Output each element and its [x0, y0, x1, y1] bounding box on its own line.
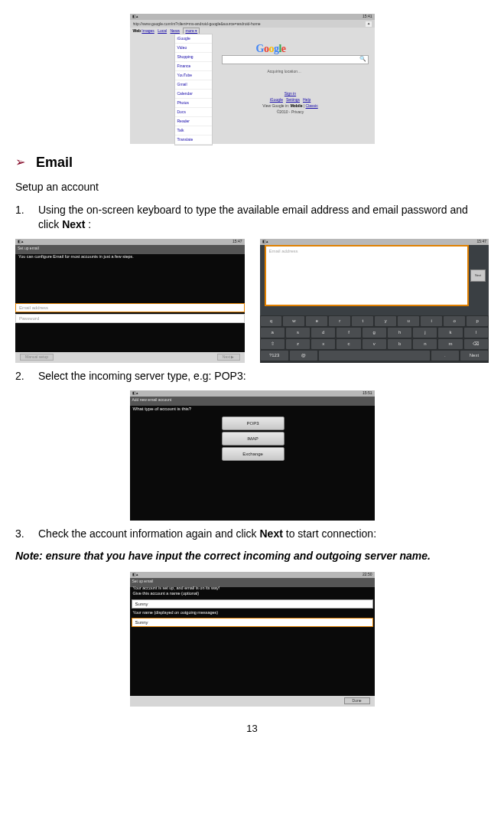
- google-logo: Google: [256, 41, 286, 57]
- bottom-bar: Done: [130, 696, 375, 707]
- screen-title: Add new email account: [130, 397, 375, 406]
- step-text: Check the account information again and …: [38, 527, 489, 542]
- key: w: [283, 316, 304, 326]
- step-number: 1.: [15, 203, 38, 233]
- dropdown-item: Video: [175, 44, 212, 53]
- dropdown-item: Finance: [175, 62, 212, 71]
- key: i: [421, 316, 442, 326]
- key: q: [261, 316, 282, 326]
- display-name-field: Sunny: [132, 618, 373, 627]
- dropdown-item: Docs: [175, 108, 212, 117]
- key: ⌫: [464, 339, 488, 349]
- key: r: [329, 316, 350, 326]
- pop3-button: POP3: [222, 416, 285, 430]
- dropdown-item: Gmail: [175, 80, 212, 90]
- key: u: [398, 316, 419, 326]
- key: p: [467, 316, 488, 326]
- url-text: http://www.google.com/m?client=ms-androi…: [133, 21, 364, 27]
- key: h: [388, 328, 411, 338]
- screen-title: Set up email: [15, 245, 245, 254]
- imap-button: IMAP: [222, 432, 285, 446]
- display-name-label: Your name (displayed on outgoing message…: [133, 610, 219, 616]
- page-number: 13: [15, 722, 489, 736]
- dropdown-item: Shopping: [175, 53, 212, 62]
- step-3: 3. Check the account information again a…: [15, 527, 489, 542]
- key: m: [438, 339, 462, 349]
- status-bar: ◧▴22:50: [130, 572, 375, 578]
- key: x: [311, 339, 335, 349]
- key: e: [306, 316, 327, 326]
- key-next: Next: [460, 351, 488, 361]
- step-2: 2. Select the incoming server type, e.g:…: [15, 369, 489, 384]
- google-search-box: [222, 55, 369, 64]
- key: z: [286, 339, 310, 349]
- key: j: [413, 328, 437, 338]
- manual-setup-button: Manual setup: [20, 354, 54, 361]
- step-number: 2.: [15, 369, 38, 384]
- key: y: [375, 316, 396, 326]
- account-name-screenshot: ◧▴22:50 Set up email Your account is set…: [130, 572, 375, 707]
- step-text: Select the incoming server type, e.g: PO…: [38, 369, 489, 384]
- account-name-field: Sunny: [132, 599, 373, 609]
- note-text: Note: ensure that you have input the cor…: [15, 549, 489, 564]
- nav-web: Web: [133, 28, 141, 33]
- key: b: [388, 339, 411, 349]
- step-text: Using the on-screen keyboard to type the…: [38, 203, 489, 233]
- dropdown-item: Photos: [175, 99, 212, 108]
- url-bar: http://www.google.com/m?client=ms-androi…: [130, 20, 375, 28]
- key: k: [438, 328, 462, 338]
- nav-news: News: [171, 28, 180, 33]
- key-space: [319, 351, 430, 361]
- dropdown-item: Talk: [175, 126, 212, 135]
- step-number: 3.: [15, 527, 38, 542]
- google-footer-links: Sign in iGoogleSettingsHelp View Google …: [252, 90, 329, 115]
- heading-text: Email: [36, 153, 73, 172]
- done-button: Done: [344, 697, 370, 704]
- dropdown-item: iGoogle: [175, 34, 212, 44]
- key: s: [286, 328, 310, 338]
- key: a: [261, 328, 285, 338]
- nav-images: Images: [141, 28, 154, 33]
- email-setup-screenshot-left: ◧▴15:47 Set up email You can configure E…: [15, 239, 245, 363]
- bullet-arrow-icon: ➢: [15, 154, 25, 171]
- status-bar: ◧▴15:47: [260, 239, 489, 245]
- key: n: [413, 339, 437, 349]
- step-1: 1. Using the on-screen keyboard to type …: [15, 203, 489, 233]
- account-type-screenshot: ◧▴15:51 Add new email account What type …: [130, 390, 375, 521]
- key: ⇧: [261, 339, 285, 349]
- password-field: Password: [15, 314, 245, 323]
- key: f: [337, 328, 360, 338]
- exchange-button: Exchange: [222, 447, 285, 461]
- on-screen-keyboard: qwertyuiop asdfghjkl ⇧zxcvbnm⌫ ?123@.Nex…: [260, 315, 489, 363]
- status-bar: ◧▴ 15:41: [130, 14, 375, 20]
- email-keyboard-screenshot-right: ◧▴15:47 Next qwertyuiop asdfghjkl ⇧zxcvb…: [260, 239, 489, 363]
- key: g: [363, 328, 386, 338]
- google-homepage-screenshot: ◧▴ 15:41 http://www.google.com/m?client=…: [130, 14, 375, 144]
- status-bar: ◧▴15:47: [15, 239, 245, 245]
- dropdown-item: Translate: [175, 135, 212, 145]
- bottom-bar: Manual setup Next ▶: [15, 352, 245, 363]
- status-time: 15:41: [363, 14, 372, 20]
- google-more-dropdown: iGoogle Video Shopping Finance YouTube G…: [174, 34, 213, 145]
- email-address-field: Email address: [15, 303, 245, 312]
- bookmark-icon: ✦: [366, 21, 372, 27]
- dropdown-item: YouTube: [175, 71, 212, 80]
- setup-message: You can configure Email for most account…: [18, 254, 242, 260]
- key: l: [464, 328, 488, 338]
- section-heading-email: ➢ Email: [15, 153, 489, 172]
- next-button: Next: [470, 269, 486, 282]
- key-at: @: [290, 351, 317, 361]
- key: t: [352, 316, 373, 326]
- key-123: ?123: [261, 351, 288, 361]
- key: d: [311, 328, 335, 338]
- key: o: [444, 316, 465, 326]
- status-icons-left: ◧▴: [132, 14, 138, 20]
- status-bar: ◧▴15:51: [130, 390, 375, 397]
- key: c: [337, 339, 360, 349]
- email-address-field: [265, 245, 470, 306]
- location-text: Acquiring location…: [268, 69, 301, 74]
- key: v: [363, 339, 386, 349]
- question-text: What type of account is this?: [133, 406, 192, 412]
- dropdown-item: Reader: [175, 117, 212, 126]
- setup-complete-msg: Your account is set up, and email is on …: [133, 586, 220, 597]
